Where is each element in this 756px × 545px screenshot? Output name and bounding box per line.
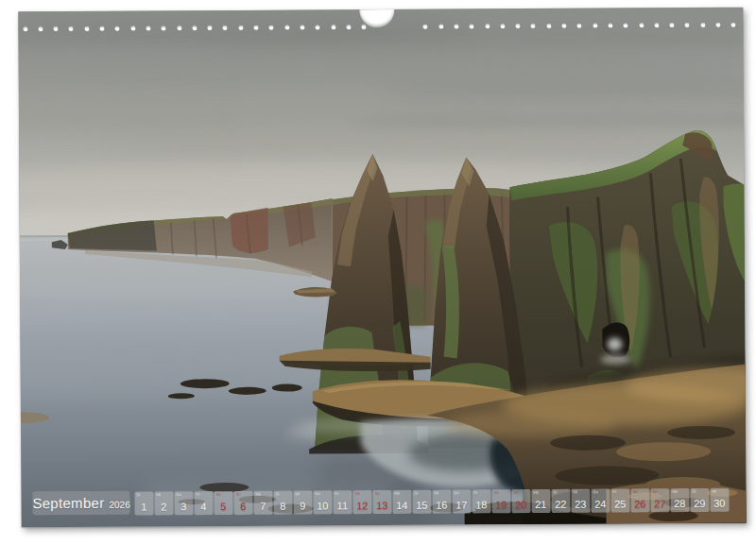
punch-hole — [438, 24, 444, 30]
date-cell: Fr11 — [333, 490, 352, 514]
punch-hole — [207, 25, 214, 31]
date-cell: Mi9 — [293, 490, 312, 514]
punch-hole — [699, 22, 706, 28]
date-cell: So6 — [233, 491, 252, 515]
punch-hole — [499, 23, 506, 29]
date-cell: Di8 — [273, 491, 292, 515]
date-cell: Di22 — [551, 489, 570, 513]
punch-hole — [83, 26, 90, 32]
punch-hole — [515, 23, 522, 29]
date-cell: So20 — [511, 489, 530, 513]
punch-hole — [714, 22, 721, 28]
month-name: September — [32, 495, 104, 511]
date-cell: Do3 — [174, 491, 193, 515]
date-cell: Di29 — [690, 488, 709, 512]
date-cell: Sa19 — [491, 489, 510, 513]
date-cell: Di1 — [134, 491, 153, 515]
date-cell: Mo28 — [670, 488, 689, 512]
calendar-page: September 2026 Di1Mi2Do3Fr4Sa5So6Mo7Di8M… — [18, 8, 746, 528]
month-label: September 2026 — [32, 491, 129, 516]
punch-hole — [161, 25, 167, 31]
date-cell: Mo14 — [392, 490, 411, 514]
date-cell: Sa5 — [214, 491, 232, 515]
date-cell: Do17 — [452, 489, 471, 513]
punch-hole — [484, 23, 490, 29]
punch-hole — [422, 24, 429, 30]
date-cell: Mi23 — [571, 489, 590, 513]
date-cell: Mi16 — [432, 490, 451, 514]
punch-hole — [98, 26, 105, 32]
calendar-product-shot: September 2026 Di1Mi2Do3Fr4Sa5So6Mo7Di8M… — [0, 0, 756, 545]
punch-hole — [176, 25, 182, 31]
punch-hole — [252, 25, 259, 31]
punch-hole — [607, 22, 613, 28]
date-strip: Di1Mi2Do3Fr4Sa5So6Mo7Di8Mi9Do10Fr11Sa12S… — [134, 488, 730, 516]
punch-hole — [284, 25, 290, 31]
punch-hole — [268, 25, 275, 31]
punch-hole — [345, 24, 352, 30]
date-cell: Mo21 — [531, 489, 550, 513]
date-cell: Sa12 — [352, 490, 371, 514]
punch-hole — [53, 26, 60, 32]
punch-hole — [68, 26, 75, 32]
punch-hole — [545, 23, 552, 29]
punch-hole — [129, 26, 136, 32]
date-cell: Fr25 — [610, 488, 629, 512]
punch-hole — [22, 26, 28, 32]
landscape-photo — [18, 8, 746, 528]
date-cell: Do24 — [591, 489, 610, 513]
punch-hole — [222, 25, 229, 31]
punch-hole — [191, 25, 198, 31]
date-cell: Sa26 — [630, 488, 649, 512]
punch-hole — [361, 24, 368, 30]
punch-hole — [592, 23, 598, 29]
date-cell: So13 — [372, 490, 391, 514]
date-cell: So27 — [650, 488, 669, 512]
punch-hole — [530, 23, 537, 29]
punch-hole — [638, 22, 644, 28]
punch-hole — [315, 24, 321, 30]
punch-hole — [653, 22, 660, 28]
date-cell: Di15 — [412, 490, 431, 514]
punch-hole — [453, 23, 459, 29]
punch-hole — [730, 22, 737, 28]
punch-hole — [469, 23, 475, 29]
punch-hole — [623, 22, 629, 28]
punch-hole — [669, 22, 676, 28]
date-cell: Fr4 — [194, 491, 213, 515]
punch-hole — [684, 22, 691, 28]
punch-hole — [237, 25, 244, 31]
punch-hole — [114, 26, 121, 32]
date-cell: Mo7 — [253, 491, 272, 515]
punch-hole — [560, 23, 567, 29]
punch-hole — [299, 24, 305, 30]
punch-hole — [37, 26, 43, 32]
punch-hole — [145, 25, 151, 31]
date-cell: Do10 — [313, 490, 332, 514]
year-label: 2026 — [109, 496, 129, 509]
punch-hole — [576, 23, 583, 29]
date-cell: Mi2 — [154, 491, 173, 515]
date-cell: Fr18 — [472, 489, 490, 513]
date-cell: Mi30 — [710, 488, 729, 512]
punch-hole — [330, 24, 336, 30]
